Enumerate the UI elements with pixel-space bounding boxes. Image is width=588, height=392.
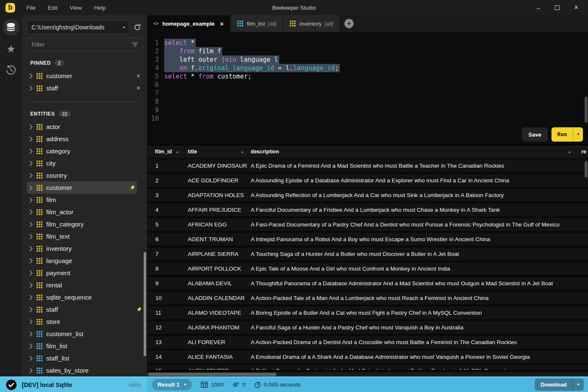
cell-description[interactable]: A Touching Saga of a Hunter And a Butler…	[251, 251, 588, 257]
cell-description[interactable]: A Fanciful Saga of a Hunter And a Pastry…	[251, 324, 588, 331]
chevron-right-icon[interactable]	[29, 149, 33, 154]
menu-edit[interactable]: Edit	[48, 5, 58, 11]
sidebar-item-inventory[interactable]: inventory	[22, 242, 147, 255]
cell-title[interactable]: ALIEN CENTER	[188, 368, 251, 371]
menu-help[interactable]: Help	[94, 5, 106, 11]
sidebar-item-film_list[interactable]: film_list	[22, 340, 147, 352]
cell-film-id[interactable]: 2	[147, 177, 188, 184]
column-header-clipped[interactable]: re	[581, 149, 588, 155]
sql-editor[interactable]: 1select *2 from film f3 left outer join …	[147, 32, 588, 145]
results-horizontal-scrollbar-track[interactable]	[147, 372, 588, 376]
sidebar-item-film[interactable]: film	[22, 194, 147, 206]
tab-inventory[interactable]: inventory[all]	[284, 15, 339, 32]
table-row[interactable]: 4AFFAIR PREJUDICEA Fanciful Documentary …	[147, 203, 588, 218]
cell-film-id[interactable]: 1	[147, 163, 188, 169]
pinned-section-header[interactable]: PINNED 2	[22, 60, 147, 66]
cell-title[interactable]: ALICE FANTASIA	[188, 354, 251, 360]
new-tab-button[interactable]: +	[344, 19, 354, 28]
sidebar-item-film_category[interactable]: film_category	[22, 218, 147, 230]
cell-description[interactable]: A Epic Drama of a Feminist And a Mad Sci…	[251, 163, 588, 169]
cell-film-id[interactable]: 7	[147, 251, 188, 257]
cell-description[interactable]: A Fanciful Documentary of a Frisbee And …	[251, 207, 588, 213]
table-row[interactable]: 14ALICE FANTASIAA Emotional Drama of a A…	[147, 350, 588, 365]
cell-film-id[interactable]: 4	[147, 207, 188, 213]
refresh-button[interactable]	[132, 22, 143, 33]
chevron-right-icon[interactable]	[29, 356, 33, 361]
sidebar-item-city[interactable]: city	[22, 157, 147, 169]
chevron-right-icon[interactable]	[29, 331, 33, 337]
code-line-9[interactable]: 9	[147, 106, 588, 114]
table-row[interactable]: 11ALAMO VIDEOTAPEA Boring Epistle of a B…	[147, 306, 588, 321]
cell-title[interactable]: ALI FOREVER	[188, 339, 251, 345]
cell-description[interactable]: A Emotional Drama of a A Shark And a Dat…	[251, 354, 588, 360]
chevron-right-icon[interactable]	[29, 197, 33, 203]
cell-film-id[interactable]: 11	[147, 310, 188, 316]
cell-title[interactable]: ALASKA PHANTOM	[188, 324, 251, 331]
code-line-8[interactable]: 8	[147, 97, 588, 106]
code-line-10[interactable]: 10	[147, 114, 588, 123]
cell-description[interactable]: A Epic Tale of a Moose And a Girl who mu…	[251, 266, 588, 272]
sidebar-item-sales_by_store[interactable]: sales_by_store	[22, 364, 147, 376]
results-vertical-scrollbar[interactable]	[585, 161, 588, 177]
table-row[interactable]: 6AGENT TRUMANA Intrepid Panorama of a Ro…	[147, 233, 588, 247]
cell-description[interactable]: A Brilliant Drama of a Cartoonist And a …	[251, 368, 588, 371]
download-button[interactable]: Download ▼	[535, 379, 584, 391]
chevron-right-icon[interactable]	[29, 173, 33, 178]
code-line-3[interactable]: 3 left outer join language l	[147, 55, 588, 64]
cell-title[interactable]: AIRPORT POLLOCK	[188, 266, 251, 272]
column-header-film-id[interactable]: film_id ▲	[147, 149, 188, 155]
run-options-caret[interactable]: ▼	[573, 127, 583, 142]
table-row[interactable]: 9ALABAMA DEVILA Thoughtful Panorama of a…	[147, 277, 588, 292]
sidebar-item-country[interactable]: country	[22, 169, 147, 182]
cell-title[interactable]: ALAMO VIDEOTAPE	[188, 310, 251, 316]
chevron-right-icon[interactable]	[29, 74, 33, 79]
code-line-4[interactable]: 4 on f.original_language_id = l.language…	[147, 64, 588, 72]
chevron-right-icon[interactable]	[29, 234, 33, 239]
cell-title[interactable]: ACE GOLDFINGER	[188, 177, 251, 184]
cell-film-id[interactable]: 10	[147, 295, 188, 301]
tab-homepage_example[interactable]: <>homepage_example×	[147, 15, 230, 32]
cell-film-id[interactable]: 13	[147, 339, 188, 345]
code-line-6[interactable]: 6	[147, 81, 588, 89]
table-row[interactable]: 5AFRICAN EGGA Fast-Paced Documentary of …	[147, 218, 588, 233]
code-line-1[interactable]: 1select *	[147, 39, 588, 47]
menu-file[interactable]: File	[26, 5, 36, 11]
menu-view[interactable]: View	[70, 5, 82, 11]
cell-description[interactable]: A Fast-Paced Documentary of a Pastry Che…	[251, 221, 588, 228]
cell-title[interactable]: AFFAIR PREJUDICE	[188, 207, 251, 213]
chevron-right-icon[interactable]	[29, 185, 33, 190]
cell-description[interactable]: A Boring Epistle of a Butler And a Cat w…	[251, 310, 588, 316]
cell-title[interactable]: AGENT TRUMAN	[188, 236, 251, 242]
table-row[interactable]: 7AIRPLANE SIERRAA Touching Saga of a Hun…	[147, 247, 588, 262]
cell-description[interactable]: A Astounding Epistle of a Database Admin…	[251, 177, 588, 184]
sidebar-item-payment[interactable]: payment	[22, 267, 147, 279]
chevron-right-icon[interactable]	[29, 307, 33, 312]
code-line-5[interactable]: 5select * from customer;	[147, 72, 588, 81]
run-button[interactable]: Run ▼	[551, 127, 583, 142]
entities-section-header[interactable]: ENTITIES 22	[22, 110, 147, 117]
chevron-right-icon[interactable]	[29, 344, 33, 349]
tab-close-icon[interactable]: ×	[220, 20, 224, 27]
sidebar-item-actor[interactable]: actor	[22, 121, 147, 133]
chevron-right-icon[interactable]	[29, 283, 33, 288]
entity-filter-input[interactable]: Filter	[27, 38, 143, 51]
chevron-right-icon[interactable]	[29, 124, 33, 129]
table-row[interactable]: 13ALI FOREVERA Action-Packed Drama of a …	[147, 336, 588, 350]
sidebar-item-store[interactable]: store	[22, 316, 147, 328]
sidebar-item-language[interactable]: language	[22, 255, 147, 267]
cell-film-id[interactable]: 14	[147, 354, 188, 360]
cell-title[interactable]: ALABAMA DEVIL	[188, 280, 251, 287]
sidebar-item-customer_list[interactable]: customer_list	[22, 328, 147, 340]
sidebar-item-customer[interactable]: customer	[27, 182, 137, 194]
result-selector[interactable]: Result 1 ▼	[152, 379, 192, 390]
unpin-close-icon[interactable]: ×	[136, 85, 140, 92]
chevron-right-icon[interactable]	[29, 137, 33, 142]
download-label[interactable]: Download	[535, 379, 572, 391]
chevron-right-icon[interactable]	[29, 86, 33, 91]
chevron-right-icon[interactable]	[29, 246, 33, 251]
sidebar-item-category[interactable]: category	[22, 145, 147, 157]
sidebar-item-address[interactable]: address	[22, 133, 147, 145]
chevron-right-icon[interactable]	[29, 222, 33, 227]
sidebar-item-staff[interactable]: staff×	[22, 82, 147, 94]
close-icon[interactable]: ×	[574, 3, 578, 12]
